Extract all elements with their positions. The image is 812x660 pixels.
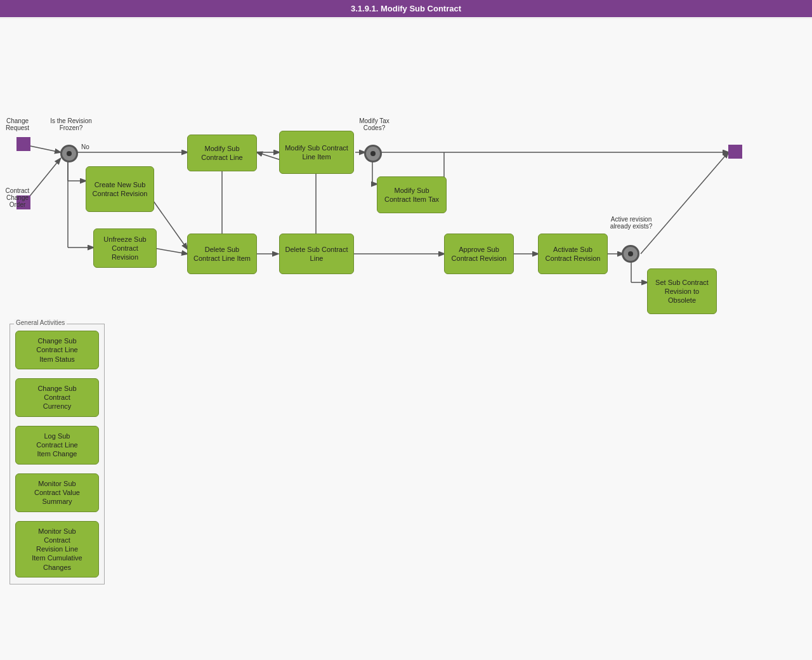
activate-sub-contract-revision[interactable]: Activate Sub Contract Revision <box>538 234 608 274</box>
change-request-start <box>16 137 30 151</box>
ga-monitor-sub-contract-revision-line-item-cumulative-changes[interactable]: Monitor SubContractRevision LineItem Cum… <box>15 521 99 578</box>
change-request-label: Change Request <box>0 117 35 131</box>
modify-sub-contract-line[interactable]: Modify Sub Contract Line <box>187 135 257 171</box>
ga-log-sub-contract-line-item-change[interactable]: Log SubContract LineItem Change <box>15 426 99 465</box>
ga-monitor-sub-contract-value-summary[interactable]: Monitor SubContract ValueSummary <box>15 473 99 512</box>
modify-sub-contract-item-tax[interactable]: Modify Sub Contract Item Tax <box>377 176 447 213</box>
modify-tax-codes-label: Modify Tax Codes? <box>352 117 396 131</box>
delete-sub-contract-line-item[interactable]: Delete Sub Contract Line Item <box>187 234 257 274</box>
set-sub-contract-revision-obsolete[interactable]: Set Sub Contract Revision to Obsolete <box>647 268 717 314</box>
revision-frozen-label: Is the Revision Frozen? <box>46 117 96 131</box>
unfreeze-sub-contract-revision[interactable]: Unfreeze Sub Contract Revision <box>93 228 157 268</box>
connector-svg <box>0 19 812 660</box>
gateway-revision-frozen <box>60 145 78 162</box>
gateway-active-revision <box>622 245 639 263</box>
page-title: 3.1.9.1. Modify Sub Contract <box>0 0 812 17</box>
ga-change-sub-contract-line-item-status[interactable]: Change SubContract LineItem Status <box>15 331 99 369</box>
modify-sub-contract-line-item[interactable]: Modify Sub Contract Line Item <box>279 131 354 174</box>
delete-sub-contract-line[interactable]: Delete Sub Contract Line <box>279 234 354 274</box>
create-new-sub-contract-revision[interactable]: Create New Sub Contract Revision <box>86 166 154 212</box>
general-activities-label: General Activities <box>14 319 67 326</box>
general-activities-section: General Activities Change SubContract Li… <box>10 324 105 584</box>
approve-sub-contract-revision[interactable]: Approve Sub Contract Revision <box>444 234 514 274</box>
end-event <box>728 145 742 159</box>
contract-change-order-label: Contract Change Order <box>0 187 35 208</box>
svg-line-22 <box>641 152 728 254</box>
diagram-area: Change Request Contract Change Order Is … <box>0 19 812 660</box>
gateway-modify-tax-codes <box>364 145 382 162</box>
no-label: No <box>81 143 89 150</box>
ga-change-sub-contract-currency[interactable]: Change SubContractCurrency <box>15 378 99 417</box>
active-revision-exists-label: Active revision already exists? <box>606 216 657 230</box>
